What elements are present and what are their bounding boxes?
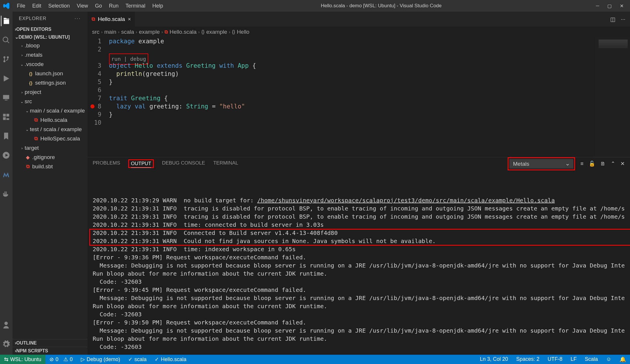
- output-body[interactable]: 2020.10.22 21:39:29 WARN no build target…: [88, 170, 630, 355]
- explorer-sidebar: EXPLORER ··· › OPEN EDITORS ⌄ DEMO [WSL:…: [13, 12, 88, 355]
- open-log-file-icon[interactable]: 🗎: [600, 161, 606, 167]
- menu-edit[interactable]: Edit: [29, 3, 45, 9]
- panel-tab-debug-console[interactable]: DEBUG CONSOLE: [162, 160, 205, 167]
- output-channel-select-highlight: Metals: [508, 157, 575, 170]
- tree-file-settings[interactable]: {}settings.json: [13, 78, 88, 88]
- tree-folder-main[interactable]: ⌄main / scala / example: [13, 106, 88, 115]
- activity-remote-icon[interactable]: [1, 92, 11, 103]
- breadcrumb-item[interactable]: main: [104, 29, 116, 35]
- breakpoint-icon[interactable]: [90, 104, 94, 108]
- status-eol[interactable]: LF: [567, 356, 581, 362]
- minimize-icon[interactable]: ─: [596, 3, 599, 9]
- status-notifications-icon[interactable]: 🔔: [615, 356, 630, 363]
- activity-run-icon[interactable]: [1, 73, 11, 84]
- tree-file-hello[interactable]: ⧉Hello.scala: [13, 115, 88, 125]
- breadcrumb-item[interactable]: example: [206, 29, 227, 35]
- chevron-down-icon: ⌄: [15, 34, 19, 40]
- tree-folder-project[interactable]: ›project: [13, 88, 88, 97]
- menu-view[interactable]: View: [73, 3, 92, 9]
- status-indentation[interactable]: Spaces: 2: [512, 356, 544, 362]
- line-gutter: 12 34567 8 910: [88, 37, 107, 157]
- activity-extensions-icon[interactable]: [1, 112, 11, 122]
- tree-folder-vscode[interactable]: ⌄.vscode: [13, 60, 88, 69]
- check-icon: ✓: [155, 356, 159, 363]
- tree-file-hellospec[interactable]: ⧉HelloSpec.scala: [13, 134, 88, 143]
- breadcrumb-item[interactable]: example: [139, 29, 160, 35]
- workspace-section[interactable]: ⌄ DEMO [WSL: UBUNTU]: [13, 33, 88, 41]
- breadcrumb-item[interactable]: Hello: [237, 29, 249, 35]
- remote-icon: ⇆: [4, 356, 8, 363]
- menu-file[interactable]: File: [13, 3, 29, 9]
- editor-more-icon[interactable]: ···: [621, 16, 625, 22]
- menu-selection[interactable]: Selection: [45, 3, 73, 9]
- tree-folder-target[interactable]: ›target: [13, 143, 88, 153]
- status-metals-lang[interactable]: ✓scala: [124, 355, 151, 364]
- close-icon[interactable]: ✕: [620, 3, 624, 9]
- vscode-logo-icon: [3, 2, 10, 9]
- activity-scm-icon[interactable]: [1, 54, 11, 65]
- tab-hello-scala[interactable]: ⧉ Hello.scala ×: [88, 12, 135, 27]
- outline-section[interactable]: ›OUTLINE: [13, 339, 88, 347]
- activity-settings-icon[interactable]: [1, 339, 11, 349]
- activity-metals-icon[interactable]: [1, 169, 11, 180]
- status-language-mode[interactable]: Scala: [581, 356, 602, 362]
- menu-terminal[interactable]: Terminal: [122, 3, 149, 9]
- minimap[interactable]: [595, 37, 630, 157]
- status-problems[interactable]: ⊘0 ⚠0: [45, 355, 77, 364]
- tree-file-launch[interactable]: {}launch.json: [13, 69, 88, 78]
- activity-explorer-icon[interactable]: [1, 16, 11, 26]
- status-cursor-position[interactable]: Ln 3, Col 20: [476, 356, 512, 362]
- status-remote[interactable]: ⇆WSL: Ubuntu: [0, 355, 45, 364]
- explorer-more-icon[interactable]: ···: [74, 16, 81, 21]
- breadcrumb-item[interactable]: src: [92, 29, 99, 35]
- activity-search-icon[interactable]: [1, 35, 11, 45]
- breadcrumb-item[interactable]: Hello.scala: [169, 29, 197, 35]
- tree-folder-test[interactable]: ⌄test / scala / example: [13, 125, 88, 134]
- open-editors-section[interactable]: › OPEN EDITORS: [13, 26, 88, 33]
- outline-label: OUTLINE: [16, 340, 37, 346]
- warning-count-icon: ⚠: [63, 356, 68, 363]
- json-icon: {}: [28, 71, 34, 76]
- bottom-panel: PROBLEMS OUTPUT DEBUG CONSOLE TERMINAL M…: [88, 157, 630, 355]
- clear-output-icon[interactable]: ≡: [580, 161, 583, 167]
- status-debug-config[interactable]: ▷Debug (demo): [77, 355, 124, 364]
- tree-file-buildsbt[interactable]: ⧉build.sbt: [13, 162, 88, 171]
- breadcrumbs[interactable]: src› main› scala› example› ⧉ Hello.scala…: [88, 27, 630, 37]
- panel-close-icon[interactable]: ✕: [620, 160, 625, 167]
- brace-icon: {}: [232, 29, 235, 35]
- tree-folder-metals[interactable]: ›.metals: [13, 50, 88, 60]
- activity-account-icon[interactable]: [1, 320, 11, 330]
- menu-run[interactable]: Run: [106, 3, 122, 9]
- editor-area: ⧉ Hello.scala × ◫ ··· src› main› scala› …: [88, 12, 630, 355]
- npm-scripts-section[interactable]: ›NPM SCRIPTS: [13, 347, 88, 355]
- tree-folder-bloop[interactable]: ›.bloop: [13, 41, 88, 50]
- panel-tab-problems[interactable]: PROBLEMS: [93, 160, 120, 167]
- maximize-icon[interactable]: ▢: [607, 3, 612, 9]
- workspace-label: DEMO [WSL: UBUNTU]: [19, 35, 70, 40]
- scala-icon: ⧉: [25, 164, 31, 169]
- activity-docker-icon[interactable]: [1, 188, 11, 199]
- status-feedback-icon[interactable]: ☺: [602, 356, 615, 362]
- status-encoding[interactable]: UTF-8: [544, 356, 567, 362]
- output-channel-select[interactable]: Metals: [509, 159, 573, 169]
- status-metals-file[interactable]: ✓Hello.scala: [151, 355, 190, 364]
- lock-scroll-icon[interactable]: 🔓: [589, 160, 595, 167]
- activity-testing-icon[interactable]: [1, 150, 11, 160]
- debug-icon: ▷: [81, 356, 85, 363]
- panel-collapse-icon[interactable]: ⌃: [611, 160, 615, 167]
- git-icon: ◆: [25, 154, 31, 160]
- split-editor-icon[interactable]: ◫: [610, 16, 615, 23]
- tree-file-gitignore[interactable]: ◆.gitignore: [13, 153, 88, 162]
- menu-help[interactable]: Help: [149, 3, 167, 9]
- breadcrumb-item[interactable]: scala: [121, 29, 134, 35]
- tab-bar: ⧉ Hello.scala × ◫ ···: [88, 12, 630, 27]
- activity-bookmark-icon[interactable]: [1, 131, 11, 141]
- panel-tab-terminal[interactable]: TERMINAL: [213, 160, 238, 167]
- error-count-icon: ⊘: [49, 356, 54, 363]
- menu-go[interactable]: Go: [92, 3, 106, 9]
- tree-folder-src[interactable]: ⌄src: [13, 97, 88, 106]
- scala-icon: ⧉: [92, 16, 95, 22]
- panel-tab-output[interactable]: OUTPUT: [131, 161, 151, 168]
- code-editor[interactable]: 12 34567 8 910 package example run | deb…: [88, 37, 630, 157]
- close-tab-icon[interactable]: ×: [128, 16, 131, 22]
